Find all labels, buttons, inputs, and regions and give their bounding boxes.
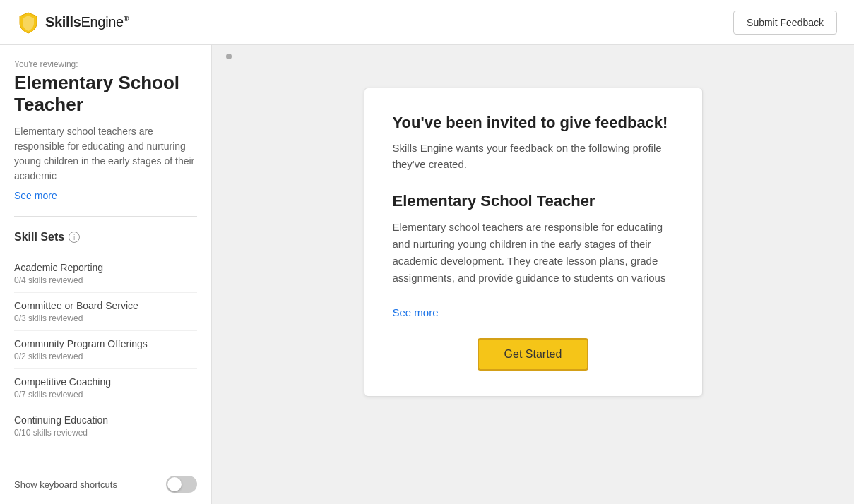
skill-set-name: Committee or Board Service	[14, 300, 197, 311]
skill-set-count: 0/10 skills reviewed	[14, 428, 197, 438]
skill-set-item[interactable]: Community Program Offerings 0/2 skills r…	[14, 331, 197, 369]
profile-section: Elementary School Teacher Elementary sch…	[393, 192, 674, 287]
logo: SkillsEngine®	[17, 11, 129, 34]
reviewing-description: Elementary school teachers are responsib…	[14, 124, 197, 184]
get-started-button[interactable]: Get Started	[478, 338, 589, 371]
toggle-thumb	[167, 477, 182, 491]
feedback-card-title: You've been invited to give feedback!	[393, 114, 674, 132]
skill-sets-header: Skill Sets i	[14, 231, 197, 244]
profile-description: Elementary school teachers are responsib…	[393, 219, 674, 287]
skill-set-name: Competitive Coaching	[14, 376, 197, 388]
content-dot	[226, 54, 232, 59]
content-area: You've been invited to give feedback! Sk…	[212, 45, 854, 504]
logo-text: SkillsEngine®	[45, 14, 129, 30]
feedback-card: You've been invited to give feedback! Sk…	[364, 88, 703, 397]
keyboard-shortcuts-toggle[interactable]	[166, 476, 197, 493]
skill-set-name: Community Program Offerings	[14, 338, 197, 349]
sidebar-divider	[14, 216, 197, 217]
skill-sets-title: Skill Sets	[14, 231, 64, 244]
sidebar-footer: Show keyboard shortcuts	[0, 464, 211, 504]
sidebar-see-more-link[interactable]: See more	[14, 190, 57, 201]
toggle-track	[166, 476, 197, 493]
reviewing-label: You're reviewing:	[14, 59, 197, 69]
submit-feedback-button[interactable]: Submit Feedback	[733, 11, 837, 35]
sidebar-content: You're reviewing: Elementary School Teac…	[0, 45, 211, 464]
skill-set-count: 0/2 skills reviewed	[14, 352, 197, 361]
skill-sets-list: Academic Reporting 0/4 skills reviewed C…	[14, 255, 197, 445]
feedback-card-subtitle: Skills Engine wants your feedback on the…	[393, 140, 674, 172]
skill-set-count: 0/7 skills reviewed	[14, 390, 197, 400]
skill-set-item[interactable]: Continuing Education 0/10 skills reviewe…	[14, 407, 197, 445]
skill-set-item[interactable]: Committee or Board Service 0/3 skills re…	[14, 293, 197, 331]
skill-set-count: 0/3 skills reviewed	[14, 313, 197, 323]
profile-name: Elementary School Teacher	[393, 192, 674, 210]
reviewing-title: Elementary School Teacher	[14, 72, 197, 116]
skill-set-item[interactable]: Academic Reporting 0/4 skills reviewed	[14, 255, 197, 293]
logo-shield-icon	[17, 11, 40, 34]
main-layout: You're reviewing: Elementary School Teac…	[0, 45, 854, 504]
skill-set-item[interactable]: Competitive Coaching 0/7 skills reviewed	[14, 369, 197, 407]
card-see-more-link[interactable]: See more	[393, 306, 674, 318]
keyboard-shortcuts-label: Show keyboard shortcuts	[14, 479, 117, 490]
info-icon[interactable]: i	[69, 232, 80, 243]
header: SkillsEngine® Submit Feedback	[0, 0, 854, 45]
skill-set-count: 0/4 skills reviewed	[14, 275, 197, 285]
sidebar: You're reviewing: Elementary School Teac…	[0, 45, 212, 504]
skill-set-name: Continuing Education	[14, 414, 197, 426]
skill-set-name: Academic Reporting	[14, 262, 197, 273]
